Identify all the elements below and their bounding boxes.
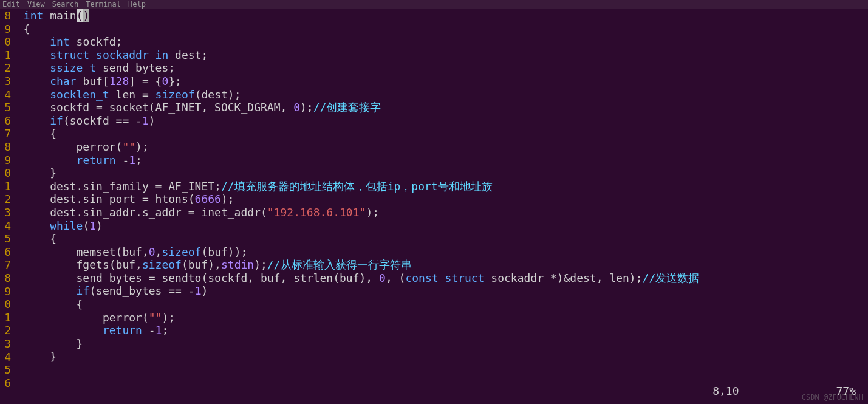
- line-number: 7: [0, 258, 11, 272]
- code-content[interactable]: {: [17, 127, 56, 140]
- line-number: 9: [0, 154, 11, 167]
- code-content[interactable]: char buf[128] = {0};: [17, 75, 182, 88]
- line-number: 1: [0, 180, 11, 193]
- code-content[interactable]: {: [17, 298, 83, 311]
- code-content[interactable]: dest.sin_family = AF_INET;//填充服务器的地址结构体，…: [17, 180, 493, 193]
- code-line[interactable]: 4 socklen_t len = sizeof(dest);: [11, 88, 868, 101]
- code-content[interactable]: dest.sin_port = htons(6666);: [17, 193, 234, 206]
- code-content[interactable]: if(sockfd == -1): [17, 114, 155, 128]
- code-line[interactable]: 1 perror("");: [11, 311, 868, 324]
- code-content[interactable]: int main(): [17, 9, 89, 22]
- code-content[interactable]: int sockfd;: [17, 35, 122, 49]
- code-content[interactable]: {: [17, 22, 30, 36]
- line-number: 1: [0, 49, 11, 62]
- code-content[interactable]: }: [17, 166, 56, 180]
- code-line[interactable]: 1 struct sockaddr_in dest;: [11, 49, 868, 62]
- code-line[interactable]: 6 memset(buf,0,sizeof(buf));: [11, 245, 868, 259]
- menu-view[interactable]: View: [27, 0, 45, 9]
- code-line[interactable]: 9 {: [11, 22, 868, 36]
- line-number: 1: [0, 311, 11, 324]
- code-line[interactable]: 8 send_bytes = sendto(sockfd, buf, strle…: [11, 272, 868, 285]
- code-content[interactable]: ssize_t send_bytes;: [17, 61, 175, 75]
- code-line[interactable]: 7 fgets(buf,sizeof(buf),stdin);//从标准输入获得…: [11, 258, 868, 272]
- code-content[interactable]: fgets(buf,sizeof(buf),stdin);//从标准输入获得一行…: [17, 258, 412, 272]
- line-number: 6: [0, 114, 11, 128]
- code-content[interactable]: while(1): [17, 219, 103, 233]
- code-line[interactable]: 3 }: [11, 337, 868, 351]
- line-number: 3: [0, 337, 11, 351]
- code-line[interactable]: 1 dest.sin_family = AF_INET;//填充服务器的地址结构…: [11, 180, 868, 193]
- menubar[interactable]: Edit View Search Terminal Help: [0, 0, 868, 9]
- code-line[interactable]: 9 return -1;: [11, 154, 868, 167]
- line-number: 5: [0, 363, 11, 377]
- menu-help[interactable]: Help: [128, 0, 146, 9]
- line-number: 3: [0, 206, 11, 219]
- menu-terminal[interactable]: Terminal: [86, 0, 121, 9]
- line-number: 9: [0, 285, 11, 298]
- code-line[interactable]: 2 return -1;: [11, 324, 868, 337]
- line-number: 0: [0, 35, 11, 49]
- code-content[interactable]: struct sockaddr_in dest;: [17, 49, 208, 62]
- code-line[interactable]: 5 sockfd = socket(AF_INET, SOCK_DGRAM, 0…: [11, 101, 868, 114]
- code-content[interactable]: {: [17, 232, 56, 245]
- line-number: 5: [0, 232, 11, 245]
- code-content[interactable]: return -1;: [17, 324, 168, 337]
- code-line[interactable]: 2 ssize_t send_bytes;: [11, 61, 868, 75]
- code-line[interactable]: 5 {: [11, 232, 868, 245]
- code-line[interactable]: 5 }: [11, 350, 868, 363]
- code-line[interactable]: 7 {: [11, 127, 868, 140]
- line-number: 8: [0, 272, 11, 285]
- line-number: 2: [0, 193, 11, 206]
- line-number: 2: [0, 324, 11, 337]
- line-number: 2: [0, 61, 11, 75]
- code-editor[interactable]: 8 int main()9 {0 int sockfd;1 struct soc…: [0, 9, 868, 363]
- line-number: 9: [0, 22, 11, 36]
- code-line[interactable]: 2 dest.sin_port = htons(6666);: [11, 193, 868, 206]
- code-content[interactable]: if(send_bytes == -1): [17, 284, 208, 298]
- code-content[interactable]: send_bytes = sendto(sockfd, buf, strlen(…: [17, 272, 699, 285]
- code-content[interactable]: dest.sin_addr.s_addr = inet_addr("192.16…: [17, 206, 379, 219]
- line-number: 0: [0, 166, 11, 180]
- line-number: 0: [0, 298, 11, 311]
- code-line[interactable]: 0 {: [11, 298, 868, 311]
- line-number: 5: [0, 101, 11, 114]
- code-content[interactable]: perror("");: [17, 140, 149, 154]
- code-content[interactable]: }: [17, 350, 56, 363]
- menu-edit[interactable]: Edit: [2, 0, 20, 9]
- code-line[interactable]: 0 int sockfd;: [11, 35, 868, 49]
- code-line[interactable]: 3 char buf[128] = {0};: [11, 75, 868, 88]
- line-number: 6: [0, 377, 11, 390]
- code-line[interactable]: 9 if(send_bytes == -1): [11, 284, 868, 298]
- line-number: 8: [0, 140, 11, 154]
- line-number: 4: [0, 351, 11, 364]
- code-line[interactable]: 8 perror("");: [11, 140, 868, 154]
- code-content[interactable]: perror("");: [17, 311, 175, 324]
- line-number: 6: [0, 245, 11, 259]
- code-line[interactable]: 8 int main(): [11, 9, 868, 22]
- code-line[interactable]: 4 while(1): [11, 219, 868, 233]
- code-content[interactable]: return -1;: [17, 154, 142, 167]
- code-line[interactable]: 6 if(sockfd == -1): [11, 114, 868, 128]
- line-number: 8: [0, 9, 11, 22]
- line-number: 7: [0, 127, 11, 140]
- code-content[interactable]: memset(buf,0,sizeof(buf));: [17, 245, 247, 259]
- code-content[interactable]: sockfd = socket(AF_INET, SOCK_DGRAM, 0);…: [17, 101, 381, 114]
- line-number: 4: [0, 219, 11, 233]
- code-content[interactable]: socklen_t len = sizeof(dest);: [17, 88, 241, 101]
- code-content[interactable]: }: [17, 337, 83, 351]
- cursor-position: 8,10: [713, 385, 739, 398]
- menu-search[interactable]: Search: [52, 0, 78, 9]
- code-line[interactable]: 3 dest.sin_addr.s_addr = inet_addr("192.…: [11, 206, 868, 219]
- watermark: CSDN @ZFUCHENH: [802, 393, 863, 402]
- line-number: 3: [0, 75, 11, 88]
- line-number: 4: [0, 88, 11, 101]
- code-line[interactable]: 0 }: [11, 166, 868, 180]
